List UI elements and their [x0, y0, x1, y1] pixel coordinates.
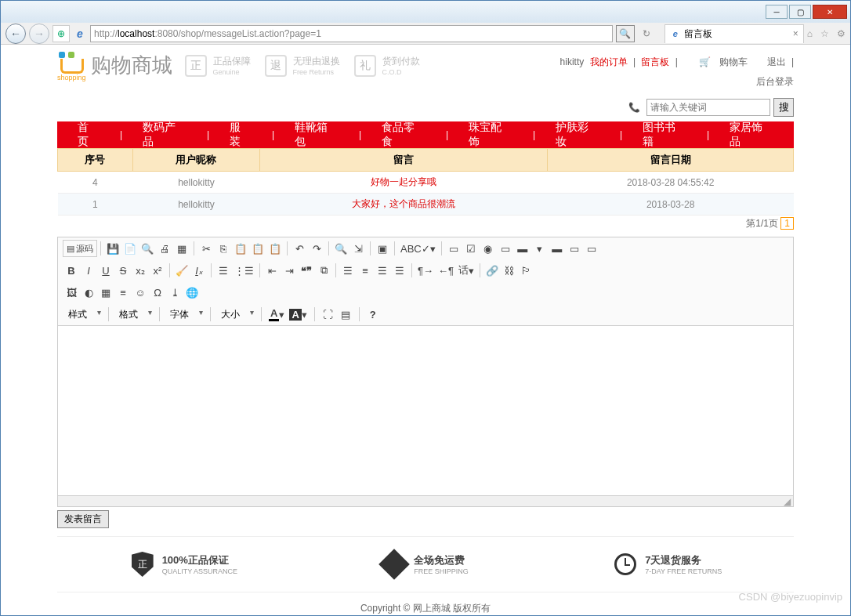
- print-icon[interactable]: 🖨: [156, 240, 173, 257]
- clear-format-icon[interactable]: Iₓ: [190, 262, 208, 279]
- indent-icon[interactable]: ⇥: [281, 262, 298, 279]
- search-input[interactable]: [646, 99, 770, 116]
- radio-icon[interactable]: ◉: [480, 240, 497, 257]
- font-dropdown[interactable]: 字体: [165, 306, 205, 323]
- align-right-icon[interactable]: ☰: [374, 262, 391, 279]
- textfield-icon[interactable]: ▭: [497, 240, 514, 257]
- address-bar[interactable]: http://localhost:8080/shop/messageList.a…: [90, 25, 613, 42]
- smiley-icon[interactable]: ☺: [132, 284, 149, 301]
- templates-icon[interactable]: ▦: [173, 240, 190, 257]
- site-logo[interactable]: shopping 购物商城: [57, 49, 172, 82]
- editor-body[interactable]: [58, 326, 793, 495]
- blockquote-icon[interactable]: ❝❞: [298, 262, 315, 279]
- close-button[interactable]: ✕: [813, 5, 847, 19]
- nav-item[interactable]: 数码产品: [122, 121, 207, 149]
- iframe-icon[interactable]: 🌐: [183, 284, 201, 301]
- language-dropdown[interactable]: 话▾: [456, 262, 476, 279]
- submit-button[interactable]: 发表留言: [57, 510, 109, 528]
- nav-item[interactable]: 服装: [209, 121, 272, 149]
- nav-item[interactable]: 护肤彩妆: [535, 121, 620, 149]
- settings-icon[interactable]: ⚙: [837, 28, 846, 39]
- hr-icon[interactable]: ≡: [114, 284, 132, 301]
- maximize-button[interactable]: ▢: [789, 5, 811, 19]
- align-center-icon[interactable]: ≡: [357, 262, 374, 279]
- size-dropdown[interactable]: 大小: [215, 306, 256, 323]
- nav-item[interactable]: 家居饰品: [709, 121, 794, 149]
- button-icon[interactable]: ▬: [549, 240, 566, 257]
- minimize-button[interactable]: ─: [766, 5, 788, 19]
- align-left-icon[interactable]: ☰: [339, 262, 357, 279]
- ul-icon[interactable]: ⋮☰: [232, 262, 256, 279]
- imagebutton-icon[interactable]: ▭: [566, 240, 583, 257]
- security-icon[interactable]: ⊕: [53, 25, 70, 42]
- editor-resize-handle[interactable]: ◢: [58, 495, 793, 506]
- backend-login-link[interactable]: 后台登录: [756, 76, 794, 87]
- ltr-icon[interactable]: ¶→: [415, 262, 436, 279]
- nav-item[interactable]: 珠宝配饰: [448, 121, 533, 149]
- div-icon[interactable]: ⧉: [315, 262, 332, 279]
- nav-item[interactable]: 首页: [57, 121, 120, 149]
- my-orders-link[interactable]: 我的订单: [590, 56, 628, 67]
- rtl-icon[interactable]: ←¶: [436, 262, 456, 279]
- search-button[interactable]: 搜: [773, 98, 794, 117]
- search-toggle[interactable]: 🔍: [616, 25, 635, 42]
- browser-tab[interactable]: e 留言板 ×: [665, 24, 804, 43]
- forward-button[interactable]: →: [29, 24, 49, 44]
- logout-link[interactable]: 退出: [767, 56, 786, 67]
- cart-link[interactable]: 购物车: [719, 56, 748, 67]
- text-color-icon[interactable]: A▾: [266, 306, 287, 323]
- copy-icon[interactable]: ⎘: [215, 240, 232, 257]
- underline-icon[interactable]: U: [97, 262, 114, 279]
- replace-icon[interactable]: ⇲: [349, 240, 367, 257]
- align-justify-icon[interactable]: ☰: [391, 262, 408, 279]
- nav-item[interactable]: 鞋靴箱包: [274, 121, 359, 149]
- pagebreak-icon[interactable]: ⤓: [166, 284, 183, 301]
- ol-icon[interactable]: ☰: [215, 262, 232, 279]
- paste-text-icon[interactable]: 📋: [249, 240, 266, 257]
- hidden-icon[interactable]: ▭: [583, 240, 600, 257]
- showblocks-icon[interactable]: ▤: [337, 306, 354, 323]
- table-icon[interactable]: ▦: [97, 284, 114, 301]
- bold-icon[interactable]: B: [63, 262, 80, 279]
- format-dropdown[interactable]: 格式: [114, 306, 154, 323]
- maximize-icon[interactable]: ⛶: [320, 306, 337, 323]
- select-icon[interactable]: ▾: [531, 240, 549, 257]
- flash-icon[interactable]: ◐: [80, 284, 97, 301]
- refresh-button[interactable]: ↻: [638, 28, 655, 39]
- paste-word-icon[interactable]: 📋: [266, 240, 284, 257]
- subscript-icon[interactable]: x₂: [132, 262, 149, 279]
- italic-icon[interactable]: I: [80, 262, 97, 279]
- specialchar-icon[interactable]: Ω: [149, 284, 166, 301]
- find-icon[interactable]: 🔍: [332, 240, 349, 257]
- nav-item[interactable]: 食品零食: [361, 121, 446, 149]
- unlink-icon[interactable]: ⛓: [501, 262, 518, 279]
- home-icon[interactable]: ⌂: [807, 28, 813, 39]
- paste-icon[interactable]: 📋: [232, 240, 249, 257]
- save-icon[interactable]: 💾: [104, 240, 121, 257]
- image-icon[interactable]: 🖼: [63, 284, 80, 301]
- cut-icon[interactable]: ✂: [197, 240, 215, 257]
- favorites-icon[interactable]: ☆: [820, 28, 829, 39]
- tab-close-icon[interactable]: ×: [793, 28, 798, 39]
- redo-icon[interactable]: ↷: [308, 240, 325, 257]
- link-icon[interactable]: 🔗: [483, 262, 501, 279]
- about-icon[interactable]: ?: [364, 306, 382, 323]
- message-board-link[interactable]: 留言板: [641, 56, 669, 67]
- spellcheck-icon[interactable]: ABC✓▾: [398, 240, 438, 257]
- form-icon[interactable]: ▭: [445, 240, 462, 257]
- superscript-icon[interactable]: x²: [149, 262, 166, 279]
- bg-color-icon[interactable]: A▾: [287, 306, 309, 323]
- new-page-icon[interactable]: 📄: [121, 240, 139, 257]
- remove-format-icon[interactable]: 🧹: [173, 262, 190, 279]
- back-button[interactable]: ←: [5, 24, 26, 44]
- checkbox-icon[interactable]: ☑: [462, 240, 480, 257]
- select-all-icon[interactable]: ▣: [374, 240, 391, 257]
- anchor-icon[interactable]: 🏳: [518, 262, 535, 279]
- undo-icon[interactable]: ↶: [291, 240, 308, 257]
- source-button[interactable]: ▤ 源码: [63, 240, 97, 257]
- preview-icon[interactable]: 🔍: [139, 240, 156, 257]
- textarea-icon[interactable]: ▬: [514, 240, 531, 257]
- styles-dropdown[interactable]: 样式: [63, 306, 103, 323]
- nav-item[interactable]: 图书书籍: [622, 121, 707, 149]
- page-current[interactable]: 1: [780, 217, 794, 230]
